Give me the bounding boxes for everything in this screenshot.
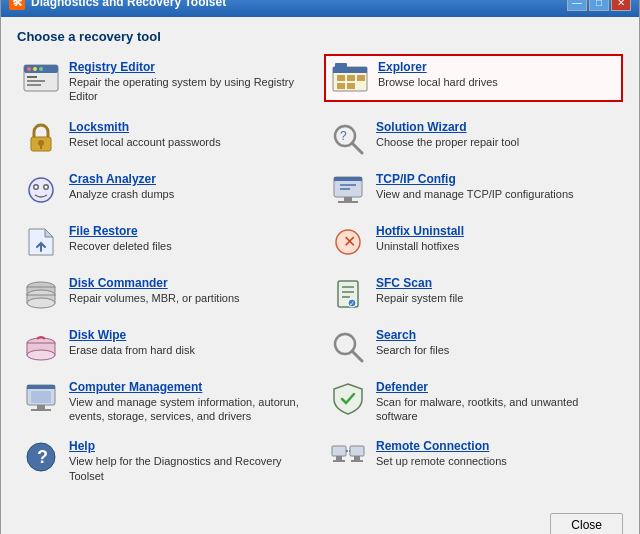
locksmith-text: Locksmith Reset local account passwords [69, 120, 312, 149]
tool-item-remote-connection[interactable]: Remote Connection Set up remote connecti… [324, 433, 623, 489]
tcpip-config-desc: View and manage TCP/IP configurations [376, 187, 619, 201]
locksmith-desc: Reset local account passwords [69, 135, 312, 149]
svg-rect-60 [332, 446, 346, 456]
remote-connection-desc: Set up remote connections [376, 454, 619, 468]
disk-wipe-desc: Erase data from hard disk [69, 343, 312, 357]
help-name[interactable]: Help [69, 439, 312, 453]
explorer-text: Explorer Browse local hard drives [378, 60, 617, 89]
computer-management-text: Computer Management View and manage syst… [69, 380, 312, 424]
tool-item-computer-management[interactable]: Computer Management View and manage syst… [17, 374, 316, 430]
tool-item-tcpip-config[interactable]: TCP/IP Config View and manage TCP/IP con… [324, 166, 623, 214]
disk-wipe-text: Disk Wipe Erase data from hard disk [69, 328, 312, 357]
minimize-button[interactable]: — [567, 0, 587, 11]
tool-item-disk-wipe[interactable]: Disk Wipe Erase data from hard disk [17, 322, 316, 370]
window-close-button[interactable]: ✕ [611, 0, 631, 11]
hotfix-uninstall-desc: Uninstall hotfixes [376, 239, 619, 253]
disk-commander-name[interactable]: Disk Commander [69, 276, 312, 290]
svg-rect-14 [337, 83, 345, 89]
svg-line-20 [352, 143, 362, 153]
defender-text: Defender Scan for malware, rootkits, and… [376, 380, 619, 424]
computer-management-icon [21, 380, 61, 416]
svg-text:✕: ✕ [343, 233, 356, 250]
disk-wipe-name[interactable]: Disk Wipe [69, 328, 312, 342]
crash-analyzer-name[interactable]: Crash Analyzer [69, 172, 312, 186]
tool-item-defender[interactable]: Defender Scan for malware, rootkits, and… [324, 374, 623, 430]
help-text: Help View help for the Diagnostics and R… [69, 439, 312, 483]
computer-management-name[interactable]: Computer Management [69, 380, 312, 394]
svg-point-25 [35, 185, 38, 188]
svg-text:?: ? [37, 447, 48, 467]
content-area: Choose a recovery tool [1, 17, 639, 505]
svg-rect-12 [347, 75, 355, 81]
locksmith-name[interactable]: Locksmith [69, 120, 312, 134]
svg-rect-7 [27, 84, 41, 86]
tool-item-solution-wizard[interactable]: ? Solution Wizard Choose the proper repa… [324, 114, 623, 162]
crash-analyzer-icon [21, 172, 61, 208]
explorer-icon [330, 60, 370, 96]
solution-wizard-name[interactable]: Solution Wizard [376, 120, 619, 134]
file-restore-icon [21, 224, 61, 260]
tcpip-config-name[interactable]: TCP/IP Config [376, 172, 619, 186]
sfc-scan-name[interactable]: SFC Scan [376, 276, 619, 290]
solution-wizard-icon: ? [328, 120, 368, 156]
sfc-scan-icon: ✓ [328, 276, 368, 312]
app-icon: 🛠 [9, 0, 25, 10]
svg-rect-10 [335, 63, 347, 68]
search-icon [328, 328, 368, 364]
hotfix-uninstall-text: Hotfix Uninstall Uninstall hotfixes [376, 224, 619, 253]
tool-item-registry-editor[interactable]: Registry Editor Repair the operating sys… [17, 54, 316, 110]
section-title: Choose a recovery tool [17, 29, 623, 44]
disk-commander-text: Disk Commander Repair volumes, MBR, or p… [69, 276, 312, 305]
svg-rect-15 [347, 83, 355, 89]
svg-rect-64 [333, 460, 345, 462]
svg-rect-63 [336, 456, 342, 460]
title-bar: 🛠 Diagnostics and Recovery Toolset — □ ✕ [1, 0, 639, 17]
tool-item-explorer[interactable]: Explorer Browse local hard drives [324, 54, 623, 102]
svg-rect-6 [27, 80, 45, 82]
tool-item-crash-analyzer[interactable]: Crash Analyzer Analyze crash dumps [17, 166, 316, 214]
svg-line-52 [352, 351, 362, 361]
search-text: Search Search for files [376, 328, 619, 357]
svg-rect-18 [40, 145, 42, 149]
explorer-name[interactable]: Explorer [378, 60, 617, 74]
sfc-scan-text: SFC Scan Repair system file [376, 276, 619, 305]
tool-item-sfc-scan[interactable]: ✓ SFC Scan Repair system file [324, 270, 623, 318]
search-name[interactable]: Search [376, 328, 619, 342]
remote-connection-icon [328, 439, 368, 475]
tcpip-config-text: TCP/IP Config View and manage TCP/IP con… [376, 172, 619, 201]
crash-analyzer-text: Crash Analyzer Analyze crash dumps [69, 172, 312, 201]
file-restore-desc: Recover deleted files [69, 239, 312, 253]
defender-desc: Scan for malware, rootkits, and unwanted… [376, 395, 619, 424]
svg-rect-55 [37, 405, 45, 409]
tool-item-help[interactable]: ? Help View help for the Diagnostics and… [17, 433, 316, 489]
tool-item-disk-commander[interactable]: Disk Commander Repair volumes, MBR, or p… [17, 270, 316, 318]
tool-item-locksmith[interactable]: Locksmith Reset local account passwords [17, 114, 316, 162]
registry-editor-icon [21, 60, 61, 96]
svg-rect-30 [338, 201, 358, 203]
svg-rect-54 [27, 385, 55, 389]
hotfix-uninstall-name[interactable]: Hotfix Uninstall [376, 224, 619, 238]
tool-item-file-restore[interactable]: File Restore Recover deleted files [17, 218, 316, 266]
remote-connection-name[interactable]: Remote Connection [376, 439, 619, 453]
svg-point-22 [29, 178, 53, 202]
disk-commander-icon [21, 276, 61, 312]
tool-item-search[interactable]: Search Search for files [324, 322, 623, 370]
svg-text:✓: ✓ [349, 300, 355, 307]
help-icon: ? [21, 439, 61, 475]
sfc-scan-desc: Repair system file [376, 291, 619, 305]
tool-item-hotfix-uninstall[interactable]: ✕ Hotfix Uninstall Uninstall hotfixes [324, 218, 623, 266]
svg-point-2 [27, 67, 31, 71]
tcpip-config-icon [328, 172, 368, 208]
svg-rect-28 [334, 177, 362, 181]
registry-editor-name[interactable]: Registry Editor [69, 60, 312, 74]
remote-connection-text: Remote Connection Set up remote connecti… [376, 439, 619, 468]
solution-wizard-desc: Choose the proper repair tool [376, 135, 619, 149]
svg-rect-13 [357, 75, 365, 81]
defender-name[interactable]: Defender [376, 380, 619, 394]
file-restore-name[interactable]: File Restore [69, 224, 312, 238]
svg-rect-11 [337, 75, 345, 81]
window-title: Diagnostics and Recovery Toolset [31, 0, 226, 9]
close-button[interactable]: Close [550, 513, 623, 534]
help-desc: View help for the Diagnostics and Recove… [69, 454, 312, 483]
maximize-button[interactable]: □ [589, 0, 609, 11]
